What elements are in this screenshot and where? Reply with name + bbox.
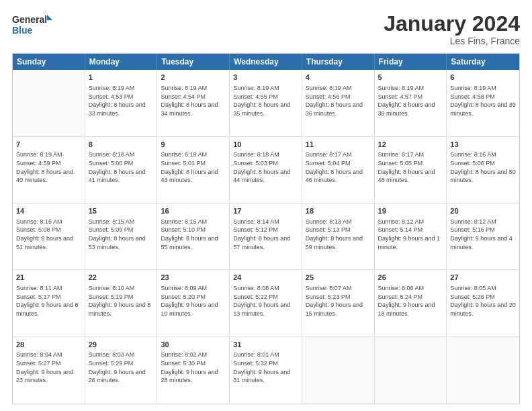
- cal-header-day: Thursday: [302, 54, 375, 70]
- cell-info: Sunrise: 8:19 AMSunset: 4:53 PMDaylight:…: [89, 84, 154, 118]
- day-number: 24: [233, 273, 298, 283]
- cal-cell: 15Sunrise: 8:15 AMSunset: 5:09 PMDayligh…: [85, 203, 158, 269]
- cal-cell: 20Sunrise: 8:12 AMSunset: 5:16 PMDayligh…: [447, 203, 519, 269]
- cal-week-row: 14Sunrise: 8:16 AMSunset: 5:08 PMDayligh…: [13, 203, 519, 270]
- day-number: 3: [233, 73, 298, 83]
- cal-cell: 29Sunrise: 8:03 AMSunset: 5:29 PMDayligh…: [85, 337, 158, 404]
- month-title: January 2024: [384, 12, 520, 36]
- cal-header-day: Wednesday: [230, 54, 302, 70]
- cal-cell: 18Sunrise: 8:13 AMSunset: 5:13 PMDayligh…: [302, 203, 375, 269]
- svg-text:Blue: Blue: [12, 25, 33, 36]
- cal-week-row: 21Sunrise: 8:11 AMSunset: 5:17 PMDayligh…: [13, 270, 519, 336]
- cal-cell: 13Sunrise: 8:16 AMSunset: 5:06 PMDayligh…: [447, 137, 519, 203]
- cell-info: Sunrise: 8:03 AMSunset: 5:29 PMDaylight:…: [89, 351, 154, 384]
- cell-info: Sunrise: 8:19 AMSunset: 4:55 PMDaylight:…: [233, 84, 298, 118]
- cal-cell: 1Sunrise: 8:19 AMSunset: 4:53 PMDaylight…: [85, 70, 158, 136]
- day-number: 11: [306, 140, 371, 150]
- cal-cell: 8Sunrise: 8:18 AMSunset: 5:00 PMDaylight…: [85, 137, 158, 203]
- day-number: 13: [450, 140, 516, 150]
- logo-svg: General Blue: [12, 12, 52, 38]
- calendar-header: SundayMondayTuesdayWednesdayThursdayFrid…: [13, 54, 519, 70]
- cell-info: Sunrise: 8:12 AMSunset: 5:14 PMDaylight:…: [378, 218, 443, 251]
- cell-info: Sunrise: 8:10 AMSunset: 5:19 PMDaylight:…: [89, 284, 154, 318]
- cell-info: Sunrise: 8:08 AMSunset: 5:22 PMDaylight:…: [233, 284, 298, 318]
- cal-cell: 22Sunrise: 8:10 AMSunset: 5:19 PMDayligh…: [85, 270, 158, 336]
- day-number: 20: [450, 206, 516, 216]
- day-number: 27: [450, 273, 516, 283]
- day-number: 6: [450, 73, 516, 83]
- cal-cell: 28Sunrise: 8:04 AMSunset: 5:27 PMDayligh…: [13, 337, 85, 404]
- day-number: 25: [306, 273, 371, 283]
- cell-info: Sunrise: 8:15 AMSunset: 5:10 PMDaylight:…: [161, 218, 226, 251]
- cell-info: Sunrise: 8:19 AMSunset: 4:56 PMDaylight:…: [306, 84, 371, 118]
- cal-cell: 30Sunrise: 8:02 AMSunset: 5:30 PMDayligh…: [157, 337, 230, 404]
- logo: General Blue: [12, 12, 52, 38]
- cal-cell: 12Sunrise: 8:17 AMSunset: 5:05 PMDayligh…: [375, 137, 447, 203]
- cell-info: Sunrise: 8:18 AMSunset: 5:01 PMDaylight:…: [161, 150, 226, 184]
- day-number: 30: [161, 340, 226, 350]
- header: General Blue January 2024 Les Fins, Fran…: [12, 12, 520, 46]
- cell-info: Sunrise: 8:02 AMSunset: 5:30 PMDaylight:…: [161, 351, 226, 384]
- day-number: 17: [233, 206, 298, 216]
- day-number: 1: [89, 73, 154, 83]
- cal-week-row: 28Sunrise: 8:04 AMSunset: 5:27 PMDayligh…: [13, 337, 519, 404]
- day-number: 26: [378, 273, 443, 283]
- cal-cell: 21Sunrise: 8:11 AMSunset: 5:17 PMDayligh…: [13, 270, 85, 336]
- cell-info: Sunrise: 8:09 AMSunset: 5:20 PMDaylight:…: [161, 284, 226, 318]
- day-number: 22: [89, 273, 154, 283]
- day-number: 19: [378, 206, 443, 216]
- cell-info: Sunrise: 8:07 AMSunset: 5:23 PMDaylight:…: [306, 284, 371, 318]
- cal-cell: 23Sunrise: 8:09 AMSunset: 5:20 PMDayligh…: [157, 270, 230, 336]
- cal-cell: 6Sunrise: 8:19 AMSunset: 4:58 PMDaylight…: [447, 70, 519, 136]
- cell-info: Sunrise: 8:16 AMSunset: 5:06 PMDaylight:…: [450, 150, 516, 184]
- day-number: 29: [89, 340, 154, 350]
- cal-cell: 24Sunrise: 8:08 AMSunset: 5:22 PMDayligh…: [230, 270, 302, 336]
- cell-info: Sunrise: 8:19 AMSunset: 4:59 PMDaylight:…: [16, 150, 81, 184]
- cell-info: Sunrise: 8:19 AMSunset: 4:54 PMDaylight:…: [161, 84, 226, 118]
- cal-cell: [447, 337, 519, 404]
- cal-cell: 31Sunrise: 8:01 AMSunset: 5:32 PMDayligh…: [230, 337, 302, 404]
- cal-cell: 4Sunrise: 8:19 AMSunset: 4:56 PMDaylight…: [302, 70, 375, 136]
- cell-info: Sunrise: 8:18 AMSunset: 5:00 PMDaylight:…: [89, 150, 154, 184]
- day-number: 16: [161, 206, 226, 216]
- day-number: 9: [161, 140, 226, 150]
- location-subtitle: Les Fins, France: [384, 36, 520, 46]
- day-number: 8: [89, 140, 154, 150]
- cal-cell: 26Sunrise: 8:06 AMSunset: 5:24 PMDayligh…: [375, 270, 447, 336]
- cell-info: Sunrise: 8:11 AMSunset: 5:17 PMDaylight:…: [16, 284, 81, 318]
- cal-cell: 25Sunrise: 8:07 AMSunset: 5:23 PMDayligh…: [302, 270, 375, 336]
- cell-info: Sunrise: 8:14 AMSunset: 5:12 PMDaylight:…: [233, 218, 298, 251]
- day-number: 12: [378, 140, 443, 150]
- svg-text:General: General: [12, 14, 47, 25]
- cell-info: Sunrise: 8:19 AMSunset: 4:58 PMDaylight:…: [450, 84, 516, 118]
- cell-info: Sunrise: 8:19 AMSunset: 4:57 PMDaylight:…: [378, 84, 443, 118]
- day-number: 10: [233, 140, 298, 150]
- cal-cell: 27Sunrise: 8:05 AMSunset: 5:26 PMDayligh…: [447, 270, 519, 336]
- day-number: 21: [16, 273, 81, 283]
- cal-cell: 19Sunrise: 8:12 AMSunset: 5:14 PMDayligh…: [375, 203, 447, 269]
- svg-marker-2: [47, 15, 52, 20]
- day-number: 5: [378, 73, 443, 83]
- calendar: SundayMondayTuesdayWednesdayThursdayFrid…: [12, 53, 520, 404]
- cal-cell: [13, 70, 85, 136]
- cal-week-row: 7Sunrise: 8:19 AMSunset: 4:59 PMDaylight…: [13, 137, 519, 203]
- cell-info: Sunrise: 8:18 AMSunset: 5:03 PMDaylight:…: [233, 150, 298, 184]
- cell-info: Sunrise: 8:06 AMSunset: 5:24 PMDaylight:…: [378, 284, 443, 318]
- cell-info: Sunrise: 8:05 AMSunset: 5:26 PMDaylight:…: [450, 284, 516, 318]
- cal-cell: 16Sunrise: 8:15 AMSunset: 5:10 PMDayligh…: [157, 203, 230, 269]
- day-number: 4: [306, 73, 371, 83]
- cal-cell: 17Sunrise: 8:14 AMSunset: 5:12 PMDayligh…: [230, 203, 302, 269]
- cal-cell: [375, 337, 447, 404]
- cell-info: Sunrise: 8:17 AMSunset: 5:04 PMDaylight:…: [306, 150, 371, 184]
- cal-cell: 2Sunrise: 8:19 AMSunset: 4:54 PMDaylight…: [157, 70, 230, 136]
- day-number: 31: [233, 340, 298, 350]
- cal-cell: 7Sunrise: 8:19 AMSunset: 4:59 PMDaylight…: [13, 137, 85, 203]
- day-number: 23: [161, 273, 226, 283]
- cal-header-day: Monday: [85, 54, 158, 70]
- day-number: 18: [306, 206, 371, 216]
- cell-info: Sunrise: 8:13 AMSunset: 5:13 PMDaylight:…: [306, 218, 371, 251]
- cal-cell: 11Sunrise: 8:17 AMSunset: 5:04 PMDayligh…: [302, 137, 375, 203]
- cell-info: Sunrise: 8:16 AMSunset: 5:08 PMDaylight:…: [16, 218, 81, 251]
- page: General Blue January 2024 Les Fins, Fran…: [0, 0, 532, 411]
- title-area: January 2024 Les Fins, France: [384, 12, 520, 46]
